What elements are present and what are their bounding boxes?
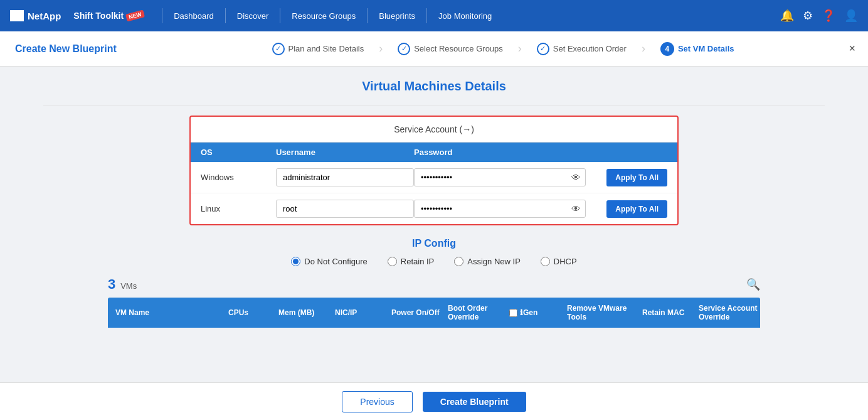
windows-apply-btn-wrapper: Apply To All (586, 169, 667, 186)
nav-divider-3 (280, 8, 280, 23)
ip-config-section: IP Config Do Not Configure Retain IP Ass… (189, 238, 679, 266)
main-content: Virtual Machines Details Service Account… (0, 67, 868, 418)
ip-config-title: IP Config (189, 238, 679, 249)
radio-assign-new-ip-label: Assign New IP (467, 257, 521, 266)
section-divider (43, 105, 825, 105)
vm-table-header: VM Name CPUs Mem (MB) NIC/IP Power On/Of… (108, 298, 760, 328)
col-mem-mb: Mem (MB) (278, 304, 335, 321)
col-nic-ip: NIC/IP (335, 304, 391, 321)
step-3-label: Set Execution Order (553, 44, 627, 53)
linux-username-input[interactable] (276, 200, 414, 218)
radio-do-not-configure[interactable]: Do Not Configure (291, 257, 367, 266)
create-blueprint-button[interactable]: Create Blueprint (423, 392, 526, 412)
step-vm-details: 4 Set VM Details (660, 42, 734, 56)
col-vm-name: VM Name (115, 304, 228, 321)
windows-password-wrapper: 👁 (414, 168, 586, 186)
col-os: OS (201, 148, 276, 157)
col-retain-mac: Retain MAC (642, 304, 699, 321)
nav-divider-2 (225, 8, 226, 23)
col-boot-order-override: Boot Order Override ℹ (448, 304, 523, 321)
nav-divider-5 (426, 8, 427, 23)
linux-show-password-icon[interactable]: 👁 (571, 203, 581, 214)
radio-dhcp-label: DHCP (554, 257, 577, 266)
vm-table-section: 3 VMs 🔍 VM Name CPUs Mem (MB) NIC/IP Pow… (108, 276, 760, 328)
col-cpus: CPUs (228, 304, 278, 321)
vm-count-display: 3 VMs (108, 276, 137, 293)
step-4-num: 4 (660, 42, 674, 56)
step-resource-groups: ✓ Select Resource Groups (398, 43, 503, 55)
notification-icon[interactable]: 🔔 (780, 9, 794, 23)
col-service-account-override: Service Account Override (699, 304, 786, 321)
help-icon[interactable]: ❓ (822, 9, 835, 23)
step-2-check: ✓ (398, 43, 410, 55)
linux-apply-to-all-button[interactable]: Apply To All (606, 200, 667, 218)
col-gen: Gen (523, 304, 567, 321)
netapp-logo-text: NetApp (28, 11, 61, 21)
table-row: Linux 👁 Apply To All (191, 193, 677, 224)
boot-order-override-checkbox[interactable] (509, 309, 517, 317)
radio-dhcp-input[interactable] (541, 257, 550, 266)
windows-password-input[interactable] (414, 168, 586, 186)
step-1-check: ✓ (272, 43, 285, 55)
linux-username-wrapper (276, 200, 414, 218)
linux-apply-btn-wrapper: Apply To All (586, 200, 667, 218)
col-power-on-off: Power On/Off (391, 304, 448, 321)
step-sep-1: › (379, 42, 383, 55)
windows-show-password-icon[interactable]: 👁 (571, 172, 581, 183)
wizard-steps: ✓ Plan and Site Details › ✓ Select Resou… (153, 42, 853, 56)
radio-retain-ip-label: Retain IP (401, 257, 434, 266)
os-linux: Linux (201, 204, 276, 213)
page-title: Virtual Machines Details (0, 79, 868, 94)
radio-assign-new-ip[interactable]: Assign New IP (454, 257, 521, 266)
user-icon[interactable]: 👤 (844, 9, 858, 23)
nav-job-monitoring[interactable]: Job Monitoring (432, 11, 498, 21)
footer: Previous Create Blueprint (0, 382, 868, 420)
os-windows: Windows (201, 173, 276, 182)
previous-button[interactable]: Previous (342, 391, 412, 412)
step-sep-2: › (518, 42, 522, 55)
nav-right-icons: 🔔 ⚙ ❓ 👤 (780, 9, 858, 23)
vm-count-number: 3 (108, 276, 115, 292)
nav-resource-groups[interactable]: Resource Groups (285, 11, 362, 21)
col-remove-vmware-tools: Remove VMware Tools (567, 304, 642, 321)
service-account-title: Service Account (→) (191, 117, 677, 143)
nav-discover[interactable]: Discover (231, 11, 275, 21)
step-execution-order: ✓ Set Execution Order (537, 43, 627, 55)
search-vms-button[interactable]: 🔍 (746, 277, 760, 291)
vm-count-label: VMs (120, 281, 137, 291)
table-row: Windows 👁 Apply To All (191, 162, 677, 193)
close-button[interactable]: × (849, 42, 855, 55)
windows-apply-to-all-button[interactable]: Apply To All (606, 169, 667, 186)
nav-dashboard[interactable]: Dashboard (167, 11, 220, 21)
service-account-table-header: OS Username Password (191, 143, 677, 162)
step-3-check: ✓ (537, 43, 549, 55)
vm-count-row: 3 VMs 🔍 (108, 276, 760, 293)
netapp-logo-icon (10, 10, 24, 21)
sub-header: Create New Blueprint ✓ Plan and Site Det… (0, 31, 868, 67)
radio-retain-ip[interactable]: Retain IP (388, 257, 434, 266)
step-2-label: Select Resource Groups (414, 44, 503, 53)
radio-dhcp[interactable]: DHCP (541, 257, 577, 266)
radio-do-not-configure-label: Do Not Configure (304, 257, 367, 266)
windows-username-input[interactable] (276, 168, 414, 186)
radio-retain-ip-input[interactable] (388, 257, 397, 266)
step-4-label: Set VM Details (678, 44, 734, 53)
netapp-logo: NetApp (10, 10, 61, 21)
linux-password-input[interactable] (414, 200, 586, 218)
step-1-label: Plan and Site Details (288, 44, 364, 53)
nav-blueprints[interactable]: Blueprints (373, 11, 421, 21)
service-account-card: Service Account (→) OS Username Password… (189, 116, 679, 225)
settings-icon[interactable]: ⚙ (803, 9, 813, 23)
col-password: Password (414, 148, 586, 157)
radio-do-not-configure-input[interactable] (291, 257, 300, 266)
shift-toolkit-label: Shift Toolkit NEW (73, 11, 144, 21)
page-breadcrumb-title: Create New Blueprint (15, 43, 128, 55)
nav-divider-4 (367, 8, 368, 23)
linux-password-wrapper: 👁 (414, 200, 586, 218)
windows-username-wrapper (276, 168, 414, 186)
radio-assign-new-ip-input[interactable] (454, 257, 463, 266)
top-navigation: NetApp Shift Toolkit NEW Dashboard Disco… (0, 0, 868, 31)
new-badge: NEW (125, 9, 145, 21)
step-sep-3: › (642, 42, 645, 55)
nav-divider (162, 8, 162, 23)
